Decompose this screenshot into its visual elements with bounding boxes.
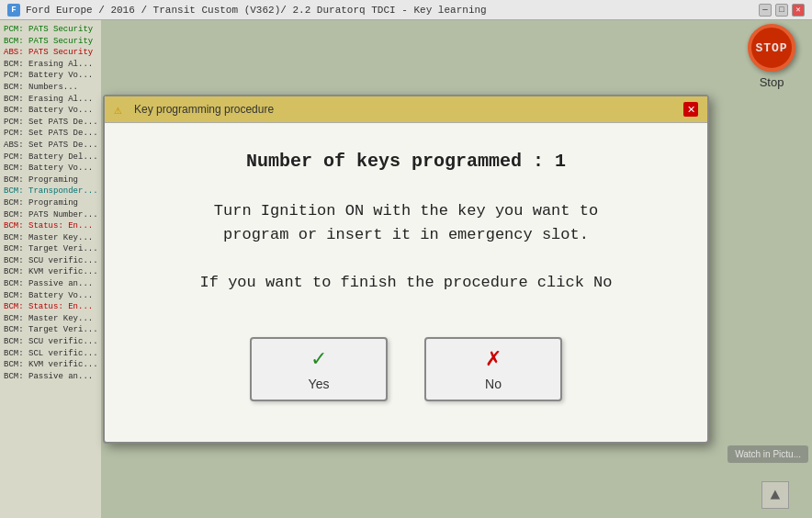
- window-title: Ford Europe / 2016 / Transit Custom (V36…: [26, 5, 487, 16]
- modal-title: Key programming procedure: [134, 103, 274, 116]
- modal-body: Number of keys programmed : 1 Turn Ignit…: [105, 123, 707, 442]
- yes-button[interactable]: ✓ Yes: [250, 337, 388, 401]
- maximize-button[interactable]: □: [775, 4, 788, 17]
- title-bar: F Ford Europe / 2016 / Transit Custom (V…: [0, 0, 812, 20]
- modal-titlebar: ⚠ Key programming procedure ✕: [105, 96, 707, 123]
- close-button[interactable]: ✕: [792, 4, 805, 17]
- modal-close-button[interactable]: ✕: [683, 102, 698, 117]
- app-icon: F: [7, 4, 20, 17]
- main-container: PCM: PATS Security Access: GrantedBCM: P…: [0, 20, 812, 518]
- modal-dialog: ⚠ Key programming procedure ✕ Number of …: [103, 95, 709, 444]
- crossmark-icon: ✗: [485, 347, 502, 371]
- checkmark-icon: ✓: [310, 347, 327, 371]
- modal-heading: Number of keys programmed : 1: [246, 151, 566, 172]
- modal-instruction-text: Turn Ignition ON with the key you want t…: [214, 202, 598, 243]
- modal-warning-icon: ⚠: [114, 102, 129, 117]
- modal-backdrop: ⚠ Key programming procedure ✕ Number of …: [0, 20, 812, 518]
- no-button[interactable]: ✗ No: [424, 337, 562, 401]
- modal-buttons: ✓ Yes ✗ No: [250, 337, 562, 401]
- yes-button-label: Yes: [309, 377, 330, 391]
- modal-note: If you want to finish the procedure clic…: [200, 274, 613, 291]
- modal-instruction: Turn Ignition ON with the key you want t…: [214, 199, 598, 246]
- no-button-label: No: [485, 377, 502, 391]
- minimize-button[interactable]: ─: [759, 4, 772, 17]
- window-controls: ─ □ ✕: [759, 4, 805, 17]
